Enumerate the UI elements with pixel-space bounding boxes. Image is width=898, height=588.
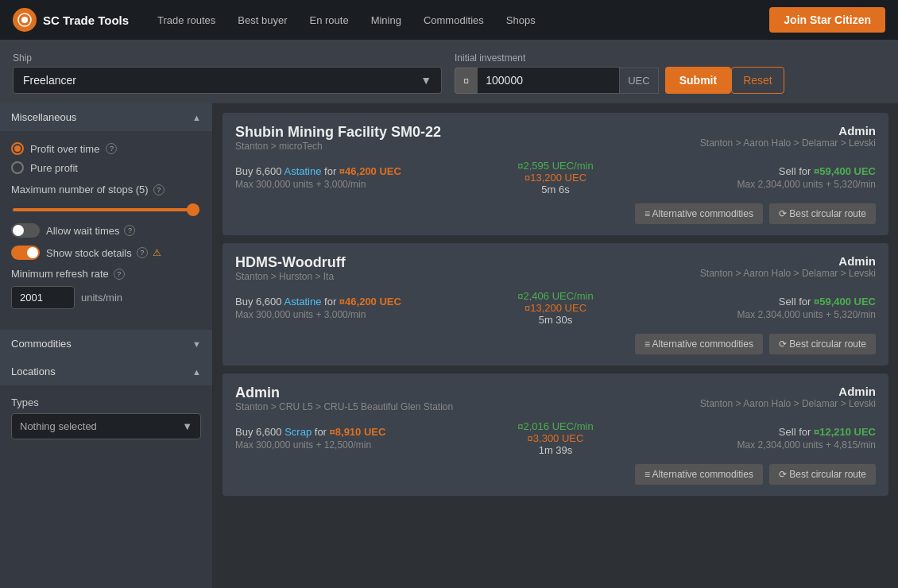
alt-commodities-button[interactable]: ≡ Alternative commodities xyxy=(635,464,763,485)
main-content: Miscellaneous ▲ Profit over time ? Pure … xyxy=(0,103,898,588)
route-body: Buy 6,600 Scrap for ¤8,910 UEC Max 300,0… xyxy=(235,420,876,456)
route-center: ¤2,595 UEC/min ¤13,200 UEC 5m 6s xyxy=(492,160,619,195)
profit-over-time-radio[interactable] xyxy=(11,142,24,155)
route-dest-block: Admin Stanton > Aaron Halo > Delamar > L… xyxy=(700,254,876,279)
commodity-link[interactable]: Astatine xyxy=(284,165,321,177)
nav-en-route[interactable]: En route xyxy=(300,10,358,31)
alt-commodities-button[interactable]: ≡ Alternative commodities xyxy=(635,203,763,224)
allow-wait-toggle[interactable] xyxy=(11,223,40,238)
warning-icon: ⚠ xyxy=(153,247,161,258)
commodity-link[interactable]: Scrap xyxy=(284,426,312,438)
route-card-header: HDMS-Woodruff Stanton > Hurston > Ita Ad… xyxy=(235,254,876,288)
locations-chevron-icon: ▲ xyxy=(192,367,201,377)
investment-prefix: ¤ xyxy=(455,68,477,94)
buy-max: Max 300,000 units + 3,000/min xyxy=(235,179,492,190)
travel-time: 5m 30s xyxy=(539,314,573,326)
refresh-rate-label: Minimum refresh rate ? xyxy=(11,268,201,280)
max-stops-slider-container xyxy=(11,202,201,214)
pure-profit-radio[interactable] xyxy=(11,161,24,174)
circular-route-button[interactable]: ⟳ Best circular route xyxy=(769,203,876,224)
route-actions: ≡ Alternative commodities ⟳ Best circula… xyxy=(235,464,876,485)
ship-group: Ship Freelancer ▼ xyxy=(13,52,442,94)
route-body: Buy 6,600 Astatine for ¤46,200 UEC Max 3… xyxy=(235,290,876,326)
route-left: Buy 6,600 Scrap for ¤8,910 UEC Max 300,0… xyxy=(235,426,492,451)
main-nav: Trade routes Best buyer En route Mining … xyxy=(148,10,769,31)
locations-label: Locations xyxy=(11,366,56,377)
sell-max: Max 2,304,000 units + 5,320/min xyxy=(619,309,876,320)
origin-path: Stanton > Hurston > Ita xyxy=(235,271,346,282)
misc-label: Miscellaneous xyxy=(11,111,76,123)
types-select[interactable]: Nothing selected ▼ xyxy=(11,413,201,439)
sell-line: Sell for ¤12,210 UEC xyxy=(619,426,876,438)
travel-time: 5m 6s xyxy=(541,184,569,195)
dest-path: Stanton > Aaron Halo > Delamar > Levski xyxy=(700,137,876,149)
max-stops-slider[interactable] xyxy=(13,208,199,211)
sell-line: Sell for ¤59,400 UEC xyxy=(619,165,876,177)
types-label: Types xyxy=(11,397,201,408)
show-stock-label: Show stock details ? ⚠ xyxy=(46,247,161,259)
investment-group: Initial investment ¤ UEC Submit Reset xyxy=(455,52,784,94)
nav-best-buyer[interactable]: Best buyer xyxy=(228,10,296,31)
misc-section-header[interactable]: Miscellaneous ▲ xyxy=(0,103,212,131)
chevron-down-icon: ▼ xyxy=(420,74,432,87)
commodities-chevron-icon: ▼ xyxy=(192,339,201,349)
commodities-section-header[interactable]: Commodities ▼ xyxy=(0,330,212,358)
chevron-up-icon: ▲ xyxy=(192,113,201,122)
show-stock-toggle[interactable] xyxy=(11,246,40,260)
sell-price: ¤59,400 UEC xyxy=(814,296,876,308)
circular-route-button[interactable]: ⟳ Best circular route xyxy=(769,334,876,354)
logo: SC Trade Tools xyxy=(13,8,129,32)
circular-route-button[interactable]: ⟳ Best circular route xyxy=(769,464,876,485)
profit-per-min: ¤2,595 UEC/min xyxy=(517,160,593,172)
nav-commodities[interactable]: Commodities xyxy=(414,10,494,31)
refresh-input[interactable] xyxy=(11,286,75,309)
ship-label: Ship xyxy=(13,52,442,64)
route-right: Sell for ¤59,400 UEC Max 2,304,000 units… xyxy=(619,165,876,190)
header: SC Trade Tools Trade routes Best buyer E… xyxy=(0,0,898,40)
route-left: Buy 6,600 Astatine for ¤46,200 UEC Max 3… xyxy=(235,165,492,190)
route-origin-block: HDMS-Woodruff Stanton > Hurston > Ita xyxy=(235,254,346,288)
allow-wait-row: Allow wait times ? xyxy=(11,223,201,238)
route-card-header: Admin Stanton > CRU L5 > CRU-L5 Beautifu… xyxy=(235,385,876,419)
ship-value: Freelancer xyxy=(23,74,76,87)
nav-shops[interactable]: Shops xyxy=(497,10,545,31)
origin-path: Stanton > microTech xyxy=(235,141,441,152)
show-stock-row: Show stock details ? ⚠ xyxy=(11,246,201,260)
dest-name: Admin xyxy=(700,254,876,268)
profit-per-min: ¤2,016 UEC/min xyxy=(517,420,593,432)
route-right: Sell for ¤12,210 UEC Max 2,304,000 units… xyxy=(619,426,876,451)
max-stops-help-icon[interactable]: ? xyxy=(153,184,165,195)
profit-over-time-option[interactable]: Profit over time ? xyxy=(11,142,201,155)
dest-name: Admin xyxy=(700,385,876,398)
origin-name: Shubin Mining Facility SM0-22 xyxy=(235,124,441,141)
alt-commodities-button[interactable]: ≡ Alternative commodities xyxy=(635,334,763,354)
route-origin-block: Shubin Mining Facility SM0-22 Stanton > … xyxy=(235,124,441,158)
buy-price: ¤8,910 UEC xyxy=(330,426,386,438)
route-center: ¤2,406 UEC/min ¤13,200 UEC 5m 30s xyxy=(492,290,619,326)
allow-wait-help-icon[interactable]: ? xyxy=(124,225,135,236)
profit-over-time-help-icon[interactable]: ? xyxy=(106,143,117,154)
max-stops-label: Maximum number of stops (5) ? xyxy=(11,184,201,195)
ship-select[interactable]: Freelancer ▼ xyxy=(13,67,442,94)
logo-icon xyxy=(13,8,37,32)
types-chevron-icon: ▼ xyxy=(182,420,192,432)
max-stops-group: Maximum number of stops (5) ? xyxy=(11,184,201,214)
nav-trade-routes[interactable]: Trade routes xyxy=(148,10,225,31)
refresh-help-icon[interactable]: ? xyxy=(114,269,125,280)
commodity-link[interactable]: Astatine xyxy=(284,296,321,308)
join-button[interactable]: Join Star Citizen xyxy=(769,7,885,33)
profit-per-min: ¤2,406 UEC/min xyxy=(517,290,593,302)
allow-wait-label: Allow wait times ? xyxy=(46,225,135,237)
buy-price: ¤46,200 UEC xyxy=(339,296,401,308)
refresh-unit: units/min xyxy=(81,292,122,304)
nav-mining[interactable]: Mining xyxy=(362,10,411,31)
show-stock-help-icon[interactable]: ? xyxy=(137,247,148,258)
origin-name: Admin xyxy=(235,385,453,401)
locations-section-header[interactable]: Locations ▲ xyxy=(0,358,212,385)
investment-input[interactable] xyxy=(477,67,620,94)
route-card-header: Shubin Mining Facility SM0-22 Stanton > … xyxy=(235,124,876,158)
results-panel: Shubin Mining Facility SM0-22 Stanton > … xyxy=(213,103,898,588)
pure-profit-option[interactable]: Pure profit xyxy=(11,161,201,174)
submit-button[interactable]: Submit xyxy=(665,67,731,94)
reset-button[interactable]: Reset xyxy=(731,67,784,94)
